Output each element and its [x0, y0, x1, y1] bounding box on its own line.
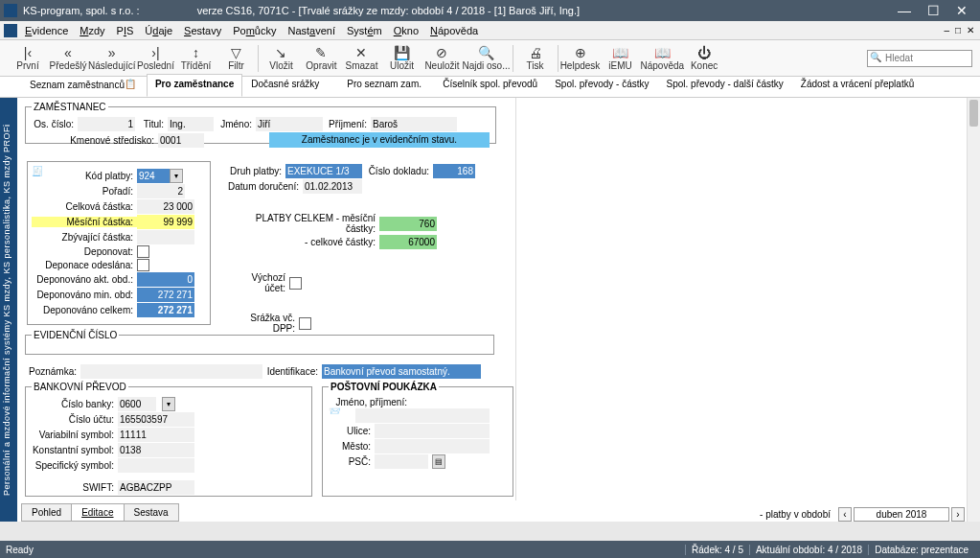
cislo-dokladu-field[interactable] [433, 164, 475, 178]
celkova-field[interactable] [137, 199, 194, 214]
identifikace-field[interactable] [322, 364, 481, 379]
platby-celkem-mes-label: PLATBY CELKEM - měsíční částky: [228, 213, 379, 234]
cislo-dokladu-label: Číslo dokladu: [362, 166, 433, 176]
toolbar-nsledujc[interactable]: »Následující [88, 45, 135, 71]
titul-field[interactable] [168, 117, 214, 131]
mdi-minimize-icon[interactable]: – [944, 25, 949, 35]
toolbar-tdn[interactable]: ↕Třídění [175, 45, 216, 71]
var-symbol-field[interactable] [118, 428, 194, 442]
mesicni-field[interactable] [137, 215, 194, 229]
kod-platby-field[interactable] [137, 169, 170, 183]
toolbar-prvn[interactable]: |‹První [8, 45, 48, 71]
tab-1[interactable]: Pro zaměstnance [147, 74, 242, 97]
post-mesto-label: Město: [329, 441, 375, 452]
menu-nastaveni[interactable]: Nastavení [282, 23, 341, 38]
prvn-icon: |‹ [24, 45, 32, 60]
app-small-icon [4, 24, 17, 37]
tab-6[interactable]: Spol. převody - další částky [658, 74, 792, 97]
dep-cel-field[interactable] [137, 303, 194, 317]
toolbar-filtr[interactable]: ▽Filtr [216, 45, 256, 71]
dep-odeslana-checkbox[interactable] [137, 259, 149, 271]
toolbar-neuloit[interactable]: ⊘Neuložit [422, 45, 462, 71]
toolbar-posledn[interactable]: ›|Poslední [135, 45, 175, 71]
mdi-restore-icon[interactable]: □ [955, 25, 961, 35]
jmeno-field[interactable] [256, 117, 323, 131]
deponovat-checkbox[interactable] [137, 245, 149, 258]
toolbar-konec[interactable]: ⏻Konec [684, 45, 724, 71]
zbyvajici-field[interactable] [137, 230, 194, 244]
poznamka-field[interactable] [80, 364, 262, 379]
menu-okno[interactable]: Okno [388, 23, 424, 38]
post-psc-lookup-icon[interactable]: ▤ [432, 454, 445, 469]
titul-label: Titul: [135, 119, 168, 129]
status-bar: Ready Řádek: 4 / 5 Aktuální období: 4 / … [0, 541, 980, 558]
menu-system[interactable]: Systém [341, 23, 388, 38]
druh-platby-field[interactable] [285, 164, 362, 178]
konst-symbol-field[interactable] [118, 443, 194, 457]
post-mesto-field[interactable] [375, 439, 490, 453]
post-ulice-field[interactable] [375, 424, 490, 438]
toolbar-opravit[interactable]: ✎Opravit [301, 45, 341, 71]
prijmeni-field[interactable] [371, 117, 457, 131]
employee-legend: ZAMĚSTNANEC [32, 102, 108, 112]
poradi-field[interactable] [137, 184, 185, 198]
toolbar-smazat[interactable]: ✕Smazat [341, 45, 381, 71]
os-cislo-field[interactable] [78, 117, 135, 131]
toolbar-tisk[interactable]: 🖨Tisk [515, 45, 556, 71]
mdi-close-icon[interactable]: ✕ [967, 25, 974, 35]
divider [515, 98, 516, 500]
menu-evidence[interactable]: Evidence [19, 23, 74, 38]
toolbar-iemu[interactable]: 📖iEMU [601, 45, 641, 71]
pager-next-button[interactable]: › [951, 507, 965, 522]
form-content: ZAMĚSTNANEC Os. číslo: Titul: Jméno: Pří… [17, 98, 980, 522]
toolbar-npovda[interactable]: 📖Nápověda [641, 45, 685, 71]
tab-5[interactable]: Spol. převody - částky [546, 74, 657, 97]
pager-prev-button[interactable]: ‹ [838, 507, 852, 522]
toolbar-uloit[interactable]: 💾Uložit [381, 45, 422, 71]
menu-sestavy[interactable]: Sestavy [178, 23, 227, 38]
tab-0[interactable]: Seznam zaměstnanců📋 [21, 74, 147, 97]
jmeno-label: Jméno: [214, 119, 256, 129]
platby-celkem-mes-field[interactable] [379, 217, 437, 231]
toolbar-najdioso[interactable]: 🔍Najdi oso... [462, 45, 510, 71]
menu-pomucky[interactable]: Pomůcky [227, 23, 282, 38]
minimize-button[interactable]: — [890, 3, 919, 18]
dep-min-field[interactable] [137, 288, 194, 302]
dep-akt-field[interactable] [137, 272, 194, 287]
post-psc-field[interactable] [375, 454, 428, 469]
swift-field[interactable] [118, 480, 194, 495]
cislo-banky-field[interactable] [118, 397, 156, 411]
tab-4[interactable]: Číselník spol. převodů [434, 74, 546, 97]
app-name: KS-program, spol. s r.o. : [23, 5, 140, 16]
search-box[interactable] [867, 50, 972, 67]
post-jmeno-field[interactable] [355, 408, 490, 423]
tab-2[interactable]: Dočasné srážky [242, 74, 338, 97]
tab-7[interactable]: Žádost a vrácení přeplatků [792, 74, 923, 97]
vychozi-ucet-checkbox[interactable] [289, 277, 302, 290]
toolbar-label: Vložit [269, 60, 292, 71]
menu-napoveda[interactable]: Nápověda [424, 23, 484, 38]
subtab-sestava[interactable]: Sestava [125, 504, 178, 521]
toolbar-vloit[interactable]: ↘Vložit [261, 45, 301, 71]
cislo-banky-dropdown[interactable]: ▾ [162, 397, 175, 411]
subtab-editace[interactable]: Editace [72, 504, 124, 521]
vertical-scrollbar[interactable] [967, 98, 980, 522]
close-button[interactable]: ✕ [947, 3, 976, 18]
kod-platby-dropdown[interactable]: ▾ [170, 169, 183, 183]
search-input[interactable] [867, 50, 972, 67]
toolbar-pedel[interactable]: «Předešlý [48, 45, 88, 71]
menu-udaje[interactable]: Údaje [139, 23, 178, 38]
menu-pis[interactable]: PIS [111, 23, 140, 38]
datum-doruceni-field[interactable] [303, 179, 362, 194]
stredisko-field[interactable] [158, 133, 204, 148]
cislo-uctu-field[interactable] [118, 412, 194, 427]
spec-symbol-field[interactable] [118, 458, 194, 473]
menu-mzdy[interactable]: Mzdy [74, 23, 110, 38]
maximize-button[interactable]: ☐ [919, 3, 947, 18]
toolbar-label: Helpdesk [560, 60, 601, 71]
srazka-dpp-checkbox[interactable] [299, 317, 311, 330]
tab-3[interactable]: Pro seznam zam. [338, 74, 434, 97]
platby-celkem-cel-field[interactable] [379, 235, 437, 249]
toolbar-helpdesk[interactable]: ⊕Helpdesk [560, 45, 601, 71]
subtab-pohled[interactable]: Pohled [22, 504, 72, 521]
